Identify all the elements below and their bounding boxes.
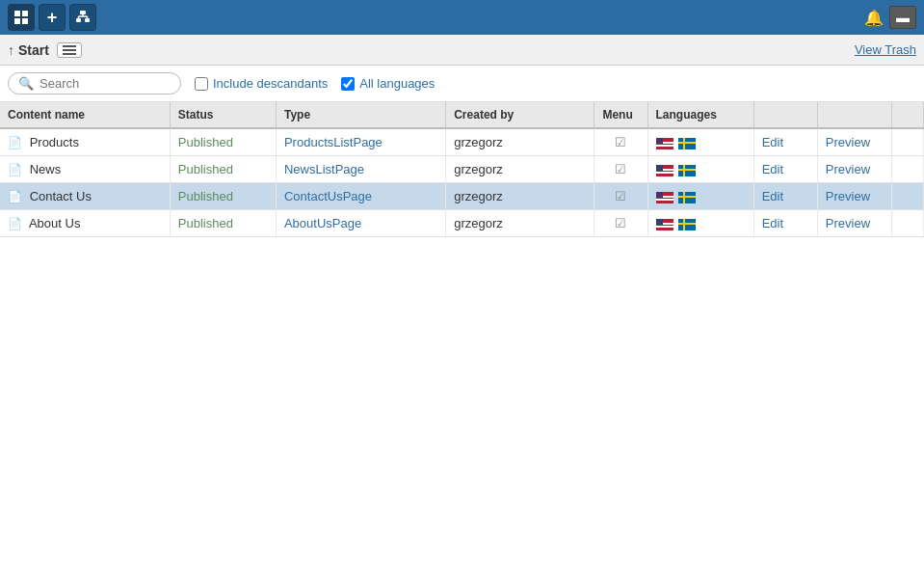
include-descendants-checkbox[interactable] bbox=[195, 77, 208, 91]
col-preview bbox=[817, 102, 891, 128]
all-languages-label[interactable]: All languages bbox=[359, 76, 435, 91]
table-row[interactable]: 📄 Contact Us Published ContactUsPage grz… bbox=[0, 183, 924, 210]
cell-preview[interactable]: Preview bbox=[817, 128, 891, 156]
svg-rect-5 bbox=[76, 18, 81, 22]
cell-extra bbox=[891, 210, 923, 237]
up-arrow-icon[interactable]: ↑ bbox=[8, 42, 14, 58]
all-languages-checkbox[interactable] bbox=[341, 77, 355, 91]
svg-rect-2 bbox=[14, 18, 20, 24]
table-row[interactable]: 📄 About Us Published AboutUsPage grzegor… bbox=[0, 210, 924, 237]
cell-edit[interactable]: Edit bbox=[753, 210, 817, 237]
cell-preview[interactable]: Preview bbox=[817, 183, 891, 210]
svg-rect-4 bbox=[80, 11, 86, 14]
menu-checkbox: ☑ bbox=[615, 135, 626, 149]
cell-preview[interactable]: Preview bbox=[817, 210, 891, 237]
view-trash-link[interactable]: View Trash bbox=[855, 42, 916, 57]
preview-link[interactable]: Preview bbox=[826, 135, 870, 149]
breadcrumb-menu-button[interactable] bbox=[57, 42, 82, 58]
cell-type: ContactUsPage bbox=[276, 183, 445, 210]
menu-checkbox: ☑ bbox=[615, 189, 626, 203]
table-row[interactable]: 📄 News Published NewsListPage grzegorz ☑… bbox=[0, 156, 924, 183]
preview-link[interactable]: Preview bbox=[826, 216, 870, 230]
col-created-by: Created by bbox=[446, 102, 594, 128]
table-body: 📄 Products Published ProductsListPage gr… bbox=[0, 128, 924, 237]
edit-link[interactable]: Edit bbox=[762, 189, 783, 203]
flag-us-icon bbox=[656, 192, 673, 203]
cell-status: Published bbox=[170, 183, 276, 210]
flag-se-icon bbox=[678, 219, 696, 230]
cell-created-by: grzegorz bbox=[446, 210, 594, 237]
flag-us-icon bbox=[656, 138, 673, 149]
cell-name: 📄 News bbox=[0, 156, 170, 183]
cell-languages bbox=[647, 210, 753, 237]
filter-bar: 🔍 Include descandants All languages bbox=[0, 66, 924, 102]
cell-name: 📄 About Us bbox=[0, 210, 170, 237]
cell-menu: ☑ bbox=[594, 128, 647, 156]
cell-status: Published bbox=[170, 210, 276, 237]
table-row[interactable]: 📄 Products Published ProductsListPage gr… bbox=[0, 128, 924, 156]
content-name-text: Products bbox=[30, 135, 79, 149]
col-menu: Menu bbox=[594, 102, 647, 128]
flag-us-icon bbox=[656, 219, 673, 230]
cell-extra bbox=[891, 128, 923, 156]
svg-rect-0 bbox=[14, 11, 20, 16]
cell-extra bbox=[891, 183, 923, 210]
col-status: Status bbox=[170, 102, 276, 128]
notification-button[interactable]: 🔔 bbox=[864, 9, 884, 27]
preview-link[interactable]: Preview bbox=[826, 162, 870, 176]
svg-rect-3 bbox=[22, 18, 28, 24]
preview-link[interactable]: Preview bbox=[826, 189, 870, 203]
edit-link[interactable]: Edit bbox=[762, 162, 783, 176]
search-input[interactable] bbox=[40, 76, 174, 91]
cell-languages bbox=[647, 183, 753, 210]
cell-languages bbox=[647, 128, 753, 156]
include-descendants-option: Include descandants bbox=[195, 76, 328, 91]
cell-created-by: grzegorz bbox=[446, 156, 594, 183]
menu-checkbox: ☑ bbox=[615, 162, 626, 176]
menu-checkbox: ☑ bbox=[615, 216, 626, 230]
content-name-text: About Us bbox=[29, 216, 80, 230]
doc-icon: 📄 bbox=[8, 163, 22, 176]
col-type: Type bbox=[276, 102, 445, 128]
breadcrumb-left: ↑ Start bbox=[8, 42, 82, 58]
flag-se-icon bbox=[678, 165, 696, 176]
col-languages: Languages bbox=[647, 102, 753, 128]
cell-languages bbox=[647, 156, 753, 183]
window-button[interactable]: ▬ bbox=[889, 6, 916, 29]
include-descendants-label[interactable]: Include descandants bbox=[213, 76, 328, 91]
col-extra bbox=[891, 102, 923, 128]
content-name-text: Contact Us bbox=[30, 189, 92, 203]
cell-name: 📄 Products bbox=[0, 128, 170, 156]
sitemap-button[interactable] bbox=[69, 4, 96, 31]
col-edit bbox=[753, 102, 817, 128]
flag-se-icon bbox=[678, 138, 696, 149]
doc-icon: 📄 bbox=[8, 217, 22, 230]
edit-link[interactable]: Edit bbox=[762, 216, 783, 230]
top-toolbar: + 🔔 ▬ bbox=[0, 0, 924, 35]
svg-rect-1 bbox=[22, 11, 28, 16]
home-button[interactable] bbox=[8, 4, 35, 31]
cell-edit[interactable]: Edit bbox=[753, 183, 817, 210]
cell-created-by: grzegorz bbox=[446, 183, 594, 210]
cell-preview[interactable]: Preview bbox=[817, 156, 891, 183]
toolbar-right: 🔔 ▬ bbox=[864, 6, 916, 29]
cell-type: ProductsListPage bbox=[276, 128, 445, 156]
cell-status: Published bbox=[170, 128, 276, 156]
cell-extra bbox=[891, 156, 923, 183]
filter-options: Include descandants All languages bbox=[195, 76, 435, 91]
cell-type: NewsListPage bbox=[276, 156, 445, 183]
flag-se-icon bbox=[678, 192, 696, 203]
all-languages-option: All languages bbox=[341, 76, 435, 91]
content-name-text: News bbox=[30, 162, 62, 176]
cell-edit[interactable]: Edit bbox=[753, 156, 817, 183]
cell-status: Published bbox=[170, 156, 276, 183]
search-box: 🔍 bbox=[8, 72, 181, 95]
cell-menu: ☑ bbox=[594, 183, 647, 210]
edit-link[interactable]: Edit bbox=[762, 135, 783, 149]
cell-menu: ☑ bbox=[594, 156, 647, 183]
page-title: Start bbox=[18, 42, 49, 58]
content-table: Content name Status Type Created by Menu… bbox=[0, 102, 924, 237]
cell-edit[interactable]: Edit bbox=[753, 128, 817, 156]
add-button[interactable]: + bbox=[39, 4, 66, 31]
svg-rect-6 bbox=[85, 18, 90, 22]
